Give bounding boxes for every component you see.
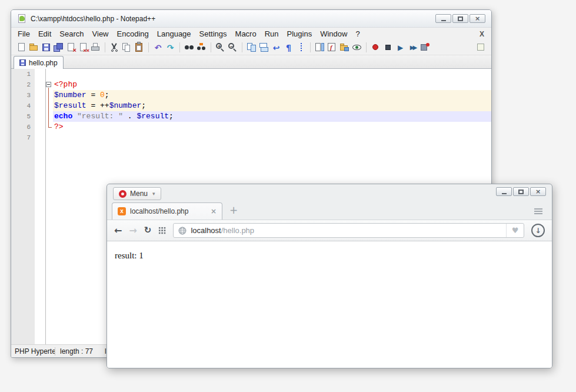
stop-recording-icon[interactable]: [382, 42, 394, 53]
opera-window: Menu ▾ × localhost/hello.php × + ← → ↻: [106, 184, 552, 368]
download-button[interactable]: ↓: [531, 224, 545, 237]
sync-horizontal-icon[interactable]: [258, 42, 269, 53]
replace-icon[interactable]: [196, 42, 207, 53]
save-all-icon[interactable]: [53, 42, 64, 53]
monitoring-icon[interactable]: [351, 42, 362, 53]
tab-close-icon[interactable]: ×: [208, 208, 217, 215]
playback-macro-icon[interactable]: ▶: [395, 42, 406, 53]
indent-guide-icon[interactable]: [295, 42, 307, 53]
zoom-out-icon[interactable]: −: [227, 42, 238, 53]
line-number: 4: [11, 101, 35, 111]
show-all-characters-icon[interactable]: ¶: [283, 42, 294, 53]
copy-icon[interactable]: [121, 42, 132, 53]
editor-line-1[interactable]: 1: [11, 69, 491, 79]
find-icon[interactable]: [184, 42, 195, 53]
tab-hello-php[interactable]: hello.php: [14, 56, 64, 69]
new-file-icon[interactable]: [16, 42, 27, 53]
opera-tab-localhost[interactable]: localhost/hello.php ×: [112, 202, 222, 220]
opera-titlebar[interactable]: Menu ▾ ×: [107, 184, 552, 202]
zoom-in-icon[interactable]: +: [215, 42, 226, 53]
menu-item-plugins[interactable]: Plugins: [283, 28, 317, 39]
menu-item-search[interactable]: Search: [55, 28, 88, 39]
editor-line-5[interactable]: 5echo "result: " . $result;: [11, 111, 491, 122]
code-token: ;: [141, 101, 146, 110]
bookmark-margin: [35, 132, 45, 143]
fold-margin: [45, 90, 53, 101]
record-macro-icon[interactable]: [370, 42, 381, 53]
close-all-icon[interactable]: ××: [78, 42, 89, 53]
code-token: 0: [100, 91, 105, 99]
tab-label: hello.php: [29, 59, 58, 67]
toolbar-separator: [366, 42, 367, 52]
editor-line-3[interactable]: 3$number = 0;: [11, 90, 491, 101]
post-it-icon[interactable]: [475, 42, 487, 53]
function-list-icon[interactable]: f: [327, 42, 338, 53]
npp-maximize-button[interactable]: [452, 14, 468, 23]
code-token: ;: [169, 112, 174, 121]
npp-close-button[interactable]: ×: [470, 14, 485, 23]
toolbar-separator: [242, 42, 242, 52]
menubar-close-x[interactable]: X: [480, 30, 489, 38]
opera-menu-button[interactable]: Menu ▾: [113, 187, 161, 200]
code-token: echo: [54, 112, 77, 121]
cut-icon[interactable]: [109, 42, 120, 53]
editor-line-6[interactable]: 6?>: [11, 122, 491, 132]
undo-icon[interactable]: ↶: [152, 42, 164, 53]
menu-item-view[interactable]: View: [88, 28, 113, 39]
menu-item-window[interactable]: Window: [316, 28, 351, 39]
save-macro-icon[interactable]: [419, 42, 431, 53]
speed-dial-icon[interactable]: [158, 227, 166, 234]
editor-line-4[interactable]: 4$result = ++$number;: [11, 101, 491, 111]
xampp-favicon-icon: [118, 207, 126, 215]
editor-line-7[interactable]: 7: [11, 132, 491, 143]
open-file-icon[interactable]: [28, 42, 39, 53]
code-token: =: [86, 91, 100, 99]
npp-minimize-button[interactable]: [435, 14, 451, 23]
sync-vertical-icon[interactable]: [246, 42, 257, 53]
forward-button[interactable]: →: [129, 226, 136, 235]
close-icon: ×: [475, 15, 480, 22]
code-token: ?>: [54, 122, 64, 131]
opera-minimize-button[interactable]: [496, 187, 512, 196]
menu-item-settings[interactable]: Settings: [195, 28, 231, 39]
back-button[interactable]: ←: [114, 226, 122, 235]
close-file-icon[interactable]: ×: [65, 42, 76, 53]
print-icon[interactable]: [90, 42, 101, 53]
opera-maximize-button[interactable]: [513, 187, 529, 196]
save-file-icon[interactable]: [41, 42, 52, 53]
code-token: ;: [105, 91, 109, 99]
line-number: 6: [11, 122, 35, 132]
toolbar-separator: [148, 42, 149, 52]
bookmark-heart-button[interactable]: ♥: [506, 224, 524, 237]
paste-icon[interactable]: [134, 42, 145, 53]
tab-menu-icon[interactable]: [534, 208, 542, 214]
opera-close-button[interactable]: ×: [530, 187, 546, 196]
new-tab-button[interactable]: +: [229, 205, 238, 215]
reload-button[interactable]: ↻: [144, 226, 152, 235]
menu-item-help[interactable]: ?: [351, 28, 364, 39]
menu-item-encoding[interactable]: Encoding: [113, 28, 153, 39]
url-text[interactable]: localhost/hello.php: [191, 226, 502, 235]
word-wrap-icon[interactable]: ↩: [271, 42, 282, 53]
fold-margin: [45, 122, 53, 132]
run-macro-multiple-icon[interactable]: ▶▶: [407, 42, 418, 53]
editor-line-2[interactable]: 2<?php: [11, 79, 491, 90]
menu-item-run[interactable]: Run: [261, 28, 283, 39]
menu-item-macro[interactable]: Macro: [231, 28, 261, 39]
close-icon: ×: [535, 188, 541, 195]
address-bar[interactable]: localhost/hello.php ♥: [173, 223, 524, 238]
redo-icon[interactable]: ↷: [165, 42, 176, 53]
document-map-icon[interactable]: [314, 42, 325, 53]
menu-item-edit[interactable]: Edit: [34, 28, 55, 39]
npp-toolbar: ×××↶↷+−↩¶f▶▶▶: [11, 40, 491, 55]
url-path: /hello.php: [221, 226, 254, 235]
bookmark-margin: [35, 69, 45, 79]
minimize-icon: [502, 193, 507, 194]
toolbar-separator: [105, 42, 105, 52]
fold-margin[interactable]: [45, 79, 53, 90]
menu-item-language[interactable]: Language: [153, 28, 195, 39]
folder-as-workspace-icon[interactable]: [339, 42, 350, 53]
menu-item-file[interactable]: File: [14, 28, 34, 39]
npp-titlebar[interactable]: C:\xampp\htdocs\hello.php - Notepad++ ×: [11, 10, 491, 28]
fold-collapse-icon[interactable]: [46, 82, 51, 87]
